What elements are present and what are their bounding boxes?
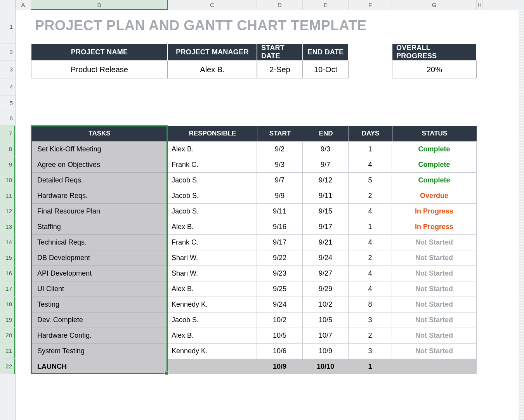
task-end-cell[interactable]: 10/5 [303,312,349,328]
row-header-8[interactable]: 8 [0,141,15,157]
row-header-14[interactable]: 14 [0,234,15,250]
row-header-12[interactable]: 12 [0,203,15,219]
task-start-cell[interactable]: 9/2 [257,141,303,157]
task-start-cell[interactable]: 9/7 [257,172,303,188]
task-responsible-cell[interactable]: Jacob S. [168,188,257,203]
task-start-cell[interactable]: 10/6 [257,343,303,359]
row-header-3[interactable]: 3 [0,61,15,78]
task-end-cell[interactable]: 9/17 [303,219,349,234]
row-header-18[interactable]: 18 [0,297,15,312]
task-name-cell[interactable]: API Development [31,266,168,281]
task-days-cell[interactable]: 4 [349,157,392,172]
task-days-cell[interactable]: 1 [349,219,392,234]
task-responsible-cell[interactable]: Alex B. [168,141,257,157]
column-header-F[interactable]: F [349,0,392,10]
task-status-cell[interactable]: Complete [392,172,477,188]
task-responsible-cell[interactable]: Shari W. [168,266,257,281]
row-header-17[interactable]: 17 [0,281,15,297]
task-name-cell[interactable]: Hardware Config. [31,328,168,343]
task-status-cell[interactable]: Not Started [392,266,477,281]
task-responsible-cell[interactable] [168,359,257,374]
column-header-H[interactable]: H [477,0,483,10]
column-header-C[interactable]: C [168,0,257,10]
value-start-date[interactable]: 2-Sep [257,61,303,78]
row-header-7[interactable]: 7 [0,126,15,141]
task-start-cell[interactable]: 9/25 [257,281,303,297]
task-responsible-cell[interactable]: Frank C. [168,157,257,172]
task-start-cell[interactable]: 9/22 [257,250,303,266]
task-start-cell[interactable]: 10/5 [257,328,303,343]
task-status-cell[interactable]: Overdue [392,188,477,203]
task-days-cell[interactable]: 1 [349,359,392,374]
task-status-cell[interactable]: Complete [392,141,477,157]
column-header-B[interactable]: B [31,0,168,10]
task-start-cell[interactable]: 9/9 [257,188,303,203]
task-name-cell[interactable]: Technical Reqs. [31,234,168,250]
task-responsible-cell[interactable]: Frank C. [168,234,257,250]
task-end-cell[interactable]: 9/7 [303,157,349,172]
value-end-date[interactable]: 10-Oct [303,61,349,78]
task-days-cell[interactable]: 8 [349,297,392,312]
task-days-cell[interactable]: 2 [349,250,392,266]
task-responsible-cell[interactable]: Alex B. [168,328,257,343]
task-status-cell[interactable]: Not Started [392,343,477,359]
task-start-cell[interactable]: 9/11 [257,203,303,219]
task-end-cell[interactable]: 10/9 [303,343,349,359]
row-header-13[interactable]: 13 [0,219,15,234]
task-end-cell[interactable]: 9/3 [303,141,349,157]
select-all-corner[interactable] [0,0,16,10]
row-header-2[interactable]: 2 [0,43,15,61]
row-header-11[interactable]: 11 [0,188,15,203]
task-days-cell[interactable]: 2 [349,188,392,203]
task-start-cell[interactable]: 9/3 [257,157,303,172]
row-header-4[interactable]: 4 [0,78,15,95]
task-responsible-cell[interactable]: Kennedy K. [168,343,257,359]
task-responsible-cell[interactable]: Alex B. [168,281,257,297]
task-name-cell[interactable]: Set Kick-Off Meeting [31,141,168,157]
task-days-cell[interactable]: 2 [349,328,392,343]
task-status-cell[interactable] [392,359,477,374]
task-status-cell[interactable]: In Progress [392,219,477,234]
task-name-cell[interactable]: Staffing [31,219,168,234]
row-header-9[interactable]: 9 [0,157,15,172]
task-status-cell[interactable]: In Progress [392,203,477,219]
task-end-cell[interactable]: 10/7 [303,328,349,343]
task-responsible-cell[interactable]: Jacob S. [168,172,257,188]
task-end-cell[interactable]: 10/10 [303,359,349,374]
task-start-cell[interactable]: 9/17 [257,234,303,250]
task-name-cell[interactable]: Agree on Objectives [31,157,168,172]
task-days-cell[interactable]: 3 [349,343,392,359]
row-header-10[interactable]: 10 [0,172,15,188]
task-end-cell[interactable]: 9/15 [303,203,349,219]
task-status-cell[interactable]: Not Started [392,328,477,343]
task-start-cell[interactable]: 9/16 [257,219,303,234]
row-header-15[interactable]: 15 [0,250,15,266]
task-start-cell[interactable]: 9/23 [257,266,303,281]
task-end-cell[interactable]: 9/24 [303,250,349,266]
task-name-cell[interactable]: Detailed Reqs. [31,172,168,188]
task-status-cell[interactable]: Not Started [392,234,477,250]
value-project-manager[interactable]: Alex B. [168,61,257,78]
row-header-5[interactable]: 5 [0,95,15,111]
row-header-16[interactable]: 16 [0,266,15,281]
row-header-1[interactable]: 1 [0,10,15,43]
task-end-cell[interactable]: 9/21 [303,234,349,250]
cell-grid[interactable]: PROJECT PLAN AND GANTT CHART TEMPLATE PR… [16,10,524,420]
task-responsible-cell[interactable]: Kennedy K. [168,297,257,312]
value-project-name[interactable]: Product Release [31,61,168,78]
task-name-cell[interactable]: LAUNCH [31,359,168,374]
task-status-cell[interactable]: Not Started [392,250,477,266]
task-end-cell[interactable]: 9/12 [303,172,349,188]
task-start-cell[interactable]: 10/2 [257,312,303,328]
task-responsible-cell[interactable]: Alex B. [168,219,257,234]
task-name-cell[interactable]: Hardware Reqs. [31,188,168,203]
task-responsible-cell[interactable]: Jacob S. [168,203,257,219]
task-name-cell[interactable]: Final Resource Plan [31,203,168,219]
task-status-cell[interactable]: Not Started [392,281,477,297]
task-status-cell[interactable]: Complete [392,157,477,172]
task-name-cell[interactable]: System Testing [31,343,168,359]
row-header-19[interactable]: 19 [0,312,15,328]
task-days-cell[interactable]: 1 [349,141,392,157]
column-header-A[interactable]: A [16,0,31,10]
task-start-cell[interactable]: 9/24 [257,297,303,312]
